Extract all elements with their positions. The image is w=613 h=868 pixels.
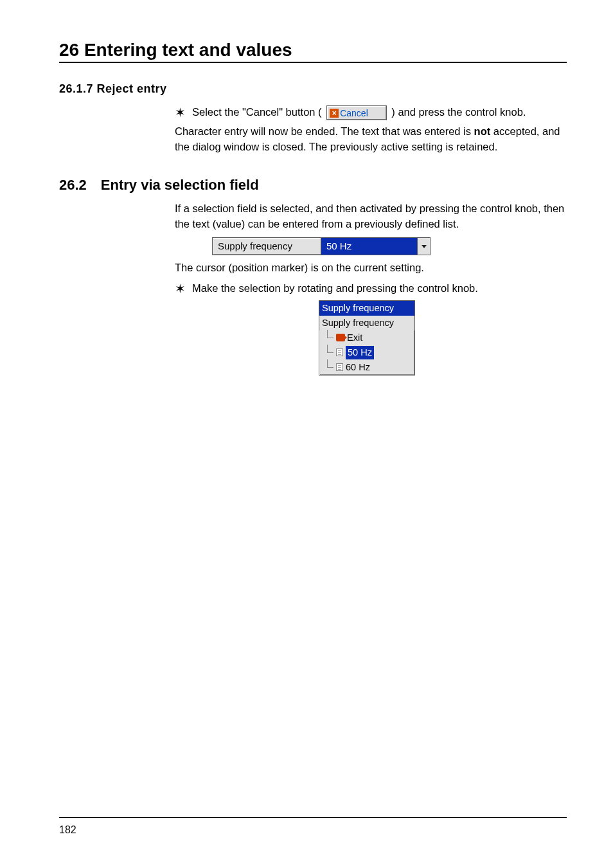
dropdown-item-50hz[interactable]: 50 Hz (319, 345, 414, 360)
paragraph-part: Character entry will now be ended. The t… (175, 125, 474, 137)
step-bullet: ✶ (175, 106, 186, 119)
step-text: Make the selection by rotating and press… (192, 281, 478, 296)
page-number: 182 (59, 824, 76, 836)
svg-marker-0 (422, 245, 427, 248)
step-line-pre: Select the "Cancel" button ( (192, 106, 322, 118)
dropdown-title: Supply frequency (319, 301, 414, 316)
exit-icon (336, 334, 345, 341)
paragraph: If a selection field is selected, and th… (175, 201, 567, 232)
title-rule (59, 62, 567, 63)
tree-connector-icon (323, 332, 336, 343)
tree-connector-icon (323, 362, 336, 372)
dropdown-item-label: Exit (347, 331, 362, 345)
section-number: 26.2 (59, 177, 87, 194)
document-icon (336, 348, 343, 356)
footer-rule (59, 817, 567, 818)
dropdown-item-label: 60 Hz (346, 361, 370, 374)
chevron-down-icon (421, 243, 427, 249)
select-value: 50 Hz (321, 238, 417, 255)
paragraph-bold: not (474, 125, 491, 137)
dropdown-button[interactable] (417, 238, 430, 255)
step-text: Select the "Cancel" button ( ×Cancel ) a… (192, 105, 526, 120)
paragraph: Character entry will now be ended. The t… (175, 124, 567, 155)
paragraph: The cursor (position marker) is on the c… (175, 260, 567, 276)
supply-frequency-dropdown[interactable]: Supply frequency Supply frequency Exit 5… (319, 300, 415, 375)
dropdown-item-60hz[interactable]: 60 Hz (319, 360, 414, 375)
dropdown-subheader: Supply frequency (319, 316, 414, 330)
section-heading-262: 26.2Entry via selection field (59, 177, 567, 194)
supply-frequency-select[interactable]: Supply frequency 50 Hz (212, 237, 431, 255)
cancel-button[interactable]: ×Cancel (326, 105, 387, 120)
close-icon: × (330, 109, 339, 118)
section-heading-2617: 26.1.7 Reject entry (59, 82, 567, 96)
step-line-post: ) and press the control knob. (391, 106, 526, 118)
tree-connector-icon (323, 347, 336, 357)
section-title: Entry via selection field (101, 177, 259, 193)
step-bullet: ✶ (175, 282, 186, 295)
dropdown-item-label: 50 Hz (346, 346, 374, 359)
select-label: Supply frequency (213, 238, 321, 255)
dropdown-item-exit[interactable]: Exit (319, 330, 414, 345)
document-icon (336, 363, 343, 371)
cancel-button-label: Cancel (340, 108, 368, 118)
page-title: 26 Entering text and values (59, 40, 567, 60)
